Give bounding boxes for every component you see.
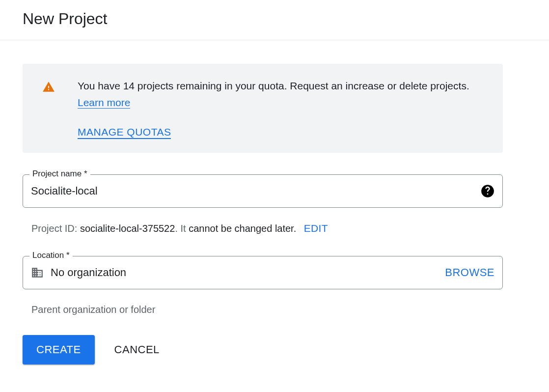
project-id-emphasis: cannot be changed later.	[189, 223, 296, 234]
organization-icon	[31, 266, 44, 279]
project-id-prefix: Project ID:	[31, 223, 80, 234]
create-button[interactable]: CREATE	[23, 335, 95, 364]
form-content: You have 14 projects remaining in your q…	[0, 40, 525, 374]
quota-message: You have 14 projects remaining in your q…	[78, 78, 487, 111]
page-header: New Project	[0, 0, 549, 40]
project-name-field: Project name *	[23, 174, 503, 208]
project-name-input-row	[23, 174, 503, 208]
quota-message-text: You have 14 projects remaining in your q…	[78, 80, 469, 91]
edit-project-id-button[interactable]: EDIT	[304, 223, 328, 234]
quota-notice-body: You have 14 projects remaining in your q…	[78, 78, 487, 139]
help-icon[interactable]	[481, 184, 494, 198]
location-label: Location *	[29, 251, 73, 260]
browse-button[interactable]: BROWSE	[445, 266, 494, 279]
location-field: Location * No organization BROWSE	[23, 256, 503, 289]
project-id-value: socialite-local-375522	[80, 223, 175, 234]
project-name-input[interactable]	[31, 185, 481, 197]
quota-notice: You have 14 projects remaining in your q…	[23, 64, 503, 153]
location-helper: Parent organization or folder	[23, 297, 503, 315]
project-id-helper: Project ID: socialite-local-375522. It c…	[23, 216, 503, 234]
learn-more-link[interactable]: Learn more	[78, 97, 130, 109]
manage-quotas-link[interactable]: MANAGE QUOTAS	[78, 126, 171, 139]
page-title: New Project	[23, 10, 526, 28]
project-id-mid: . It	[175, 223, 189, 234]
location-input-row: No organization BROWSE	[23, 256, 503, 289]
cancel-button[interactable]: CANCEL	[114, 343, 160, 356]
location-text: No organization	[51, 266, 126, 279]
warning-icon	[42, 81, 55, 93]
project-name-label: Project name *	[29, 169, 90, 179]
location-value: No organization	[31, 266, 445, 279]
action-buttons: CREATE CANCEL	[23, 335, 503, 364]
